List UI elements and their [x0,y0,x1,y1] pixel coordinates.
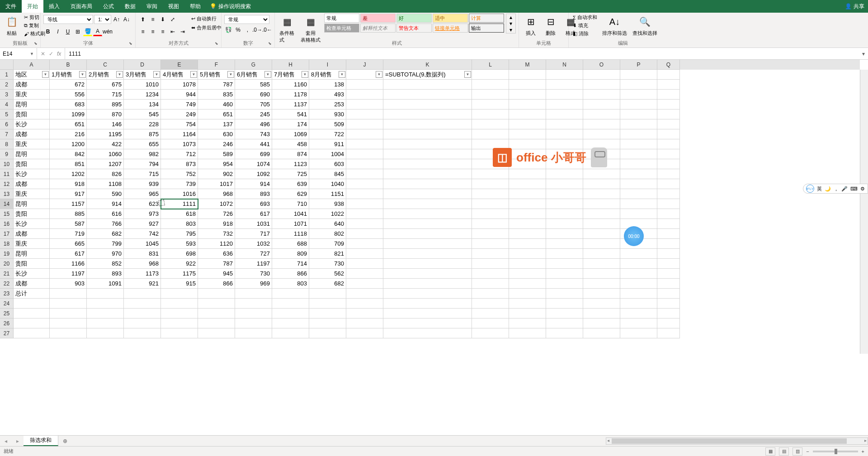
page-break-view-icon[interactable]: ▥ [793,447,802,456]
column-header-D[interactable]: D [124,60,161,70]
cell[interactable] [546,239,583,249]
increase-indent-icon[interactable]: ⇥ [178,27,187,36]
cell[interactable] [546,90,583,100]
data-cell[interactable]: 845 [309,169,346,179]
data-cell[interactable]: 636 [198,249,235,259]
data-cell[interactable]: 835 [198,90,235,100]
data-cell[interactable]: 1197 [50,269,87,279]
column-header-P[interactable]: P [620,60,657,70]
filter-button[interactable]: ▼ [376,71,382,78]
style-explanatory[interactable]: 解释性文本 [360,24,396,33]
cell[interactable] [583,119,620,129]
filter-button[interactable]: ▼ [302,71,308,78]
cell[interactable] [346,318,383,328]
align-bottom-icon[interactable]: ⬇ [158,15,167,24]
formula-input[interactable]: 1111 [65,51,859,57]
data-cell[interactable]: 809 [272,249,309,259]
data-cell[interactable]: 714 [272,259,309,269]
cell[interactable] [383,239,472,249]
cell[interactable] [346,90,383,100]
cell[interactable] [620,70,657,80]
cell[interactable] [620,189,657,199]
data-cell[interactable]: 1164 [161,129,198,139]
column-header-F[interactable]: F [198,60,235,70]
data-cell[interactable]: 493 [309,90,346,100]
filter-button[interactable]: ▼ [116,71,123,78]
data-cell[interactable]: 1017 [198,179,235,189]
cell[interactable] [472,109,509,119]
column-header-K[interactable]: K [383,60,472,70]
style-neutral[interactable]: 适中 [433,14,468,23]
data-cell[interactable]: 1160 [272,80,309,90]
data-cell[interactable]: 1123 [272,159,309,169]
data-cell[interactable]: 831 [124,249,161,259]
data-cell[interactable]: 1078 [161,80,198,90]
cancel-formula-icon[interactable]: ✕ [41,51,45,57]
cell[interactable] [546,80,583,90]
row-header[interactable]: 8 [0,139,14,149]
delete-cells-button[interactable]: ⊟删除 [542,14,560,38]
insert-cells-button[interactable]: ⊞插入 [522,14,540,38]
header-cell[interactable]: 2月销售▼ [87,70,124,80]
border-button[interactable]: ⊞ [73,27,82,36]
cell[interactable] [272,328,309,338]
cell[interactable] [472,179,509,189]
style-good[interactable]: 好 [396,14,432,23]
data-cell[interactable]: 742 [124,229,161,239]
column-header-G[interactable]: G [235,60,272,70]
data-cell[interactable]: 441 [235,139,272,149]
data-cell[interactable]: 749 [161,100,198,109]
cell[interactable] [509,269,546,279]
data-cell[interactable]: 921 [124,279,161,289]
data-cell[interactable]: 1234 [124,90,161,100]
data-cell[interactable]: 914 [235,179,272,189]
bold-button[interactable]: B [43,27,52,36]
cell[interactable] [383,80,472,90]
decrease-font-icon[interactable]: A↓ [122,15,131,24]
cell[interactable] [383,189,472,199]
data-cell[interactable]: 1120 [198,239,235,249]
data-cell[interactable]: 968 [124,259,161,269]
cell[interactable] [657,189,680,199]
data-cell[interactable]: 重庆 [14,189,50,199]
data-cell[interactable]: 699 [235,149,272,159]
find-select-button[interactable]: 🔍查找和选择 [631,14,659,38]
data-cell[interactable]: 228 [124,119,161,129]
cell[interactable] [509,289,546,299]
row-header[interactable]: 20 [0,259,14,269]
cell[interactable] [383,219,472,229]
cell[interactable] [509,279,546,289]
data-cell[interactable]: 1157 [50,199,87,209]
data-cell[interactable]: 918 [50,179,87,189]
cell[interactable] [87,289,124,299]
data-cell[interactable]: 460 [198,100,235,109]
ime-toolbar[interactable]: iFLY 英 🌙 ， 🎤 ⌨ ⚙ [803,184,868,194]
cell[interactable] [657,269,680,279]
cell[interactable] [346,328,383,338]
data-cell[interactable]: 682 [309,279,346,289]
data-cell[interactable]: 556 [50,90,87,100]
data-cell[interactable]: 705 [235,100,272,109]
data-cell[interactable]: 973 [124,209,161,219]
font-color-button[interactable]: A [93,27,102,36]
data-cell[interactable]: 1031 [235,219,272,229]
cell[interactable] [383,318,472,328]
cell[interactable] [346,259,383,269]
row-header[interactable]: 4 [0,100,14,109]
data-cell[interactable]: 昆明 [14,100,50,109]
cell[interactable] [472,269,509,279]
cell[interactable] [509,129,546,139]
cell[interactable] [383,100,472,109]
data-cell[interactable]: 623 [124,199,161,209]
data-cell[interactable]: 719 [50,229,87,239]
name-box[interactable]: E14 ▼ [0,48,37,59]
column-header-C[interactable]: C [87,60,124,70]
data-cell[interactable]: 651 [50,119,87,129]
cell[interactable] [546,169,583,179]
cell[interactable] [657,259,680,269]
style-output[interactable]: 输出 [469,24,504,33]
align-right-icon[interactable]: ≡ [158,27,167,36]
wrap-text-button[interactable]: ↩自动换行 [190,15,223,23]
filter-button[interactable]: ▼ [190,71,197,78]
fx-icon[interactable]: fx [57,51,61,57]
